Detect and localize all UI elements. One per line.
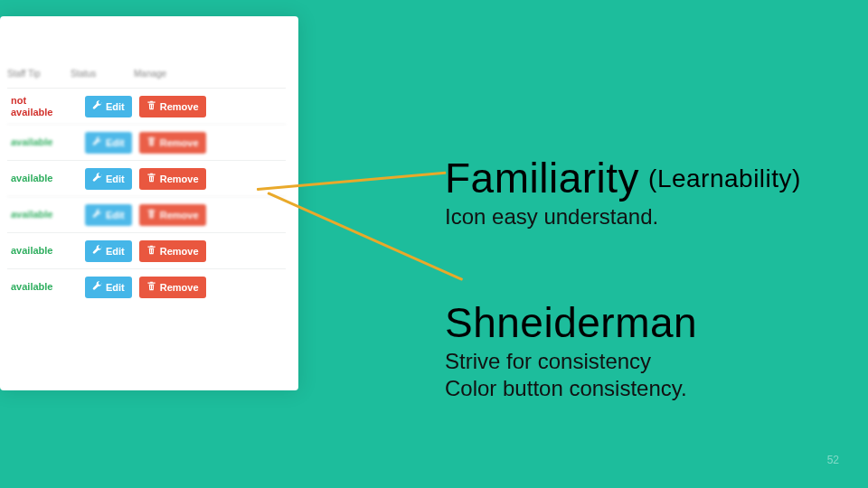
col-header-2: Status — [71, 69, 108, 79]
wrench-icon — [92, 136, 102, 148]
status-available: available — [7, 209, 78, 220]
line-consistency-1: Strive for consistency — [445, 349, 697, 374]
remove-label: Remove — [160, 174, 199, 184]
trash-icon — [146, 136, 156, 148]
col-header-3: Manage — [134, 69, 172, 79]
screenshot-panel: Staff Tip Status Manage notavailableEdit… — [0, 16, 298, 390]
wrench-icon — [92, 209, 102, 221]
edit-button[interactable]: Edit — [85, 240, 132, 262]
heading-familiarity: Familiarity(Learnability) Icon easy unde… — [445, 154, 801, 230]
remove-label: Remove — [160, 210, 199, 221]
status-available: available — [7, 245, 78, 256]
status-not-available: notavailable — [7, 95, 78, 117]
slide-container: Staff Tip Status Manage notavailableEdit… — [0, 0, 868, 488]
line-consistency-2: Color button consistency. — [445, 376, 697, 401]
table-row: availableEditRemove — [7, 232, 286, 268]
trash-icon — [146, 245, 156, 257]
edit-label: Edit — [106, 174, 125, 184]
title-text: Familiarity — [445, 155, 639, 202]
table-row: availableEditRemove — [7, 160, 286, 196]
status-available: available — [7, 173, 78, 183]
edit-button[interactable]: Edit — [85, 96, 132, 117]
remove-button[interactable]: Remove — [139, 204, 206, 226]
trash-icon — [146, 209, 156, 221]
trash-icon — [146, 281, 156, 293]
subtitle-familiarity: Icon easy understand. — [445, 204, 801, 230]
col-header-1: Staff Tip — [7, 69, 45, 79]
edit-button[interactable]: Edit — [85, 277, 132, 298]
edit-label: Edit — [106, 210, 125, 221]
wrench-icon — [92, 281, 102, 293]
trash-icon — [146, 173, 156, 184]
wrench-icon — [92, 245, 102, 257]
remove-label: Remove — [160, 282, 199, 293]
remove-button[interactable]: Remove — [139, 277, 206, 298]
table-row: availableEditRemove — [7, 124, 286, 160]
page-number: 52 — [827, 454, 839, 466]
remove-button[interactable]: Remove — [139, 240, 206, 262]
status-available: available — [7, 281, 78, 292]
remove-label: Remove — [160, 246, 199, 257]
table-row: notavailableEditRemove — [7, 88, 286, 124]
wrench-icon — [92, 173, 102, 184]
remove-button[interactable]: Remove — [139, 168, 206, 190]
edit-label: Edit — [106, 282, 125, 293]
heading-shneiderman: Shneiderman Strive for consistency Color… — [445, 298, 697, 401]
table-row: availableEditRemove — [7, 268, 286, 305]
remove-label: Remove — [160, 137, 199, 148]
trash-icon — [146, 100, 156, 112]
column-headers: Staff Tip Status Manage — [7, 25, 286, 88]
remove-label: Remove — [160, 101, 199, 112]
title-shneiderman: Shneiderman — [445, 298, 697, 347]
edit-button[interactable]: Edit — [85, 204, 132, 226]
edit-button[interactable]: Edit — [85, 168, 132, 190]
panel-inner: Staff Tip Status Manage notavailableEdit… — [0, 16, 298, 305]
table-row: availableEditRemove — [7, 196, 286, 232]
edit-label: Edit — [106, 137, 125, 148]
status-available: available — [7, 136, 78, 147]
wrench-icon — [92, 100, 102, 112]
title-familiarity: Familiarity(Learnability) — [445, 154, 801, 202]
edit-label: Edit — [106, 101, 125, 112]
edit-button[interactable]: Edit — [85, 132, 132, 154]
edit-label: Edit — [106, 246, 125, 257]
remove-button[interactable]: Remove — [139, 132, 206, 154]
title-paren: (Learnability) — [648, 164, 801, 192]
remove-button[interactable]: Remove — [139, 96, 206, 117]
